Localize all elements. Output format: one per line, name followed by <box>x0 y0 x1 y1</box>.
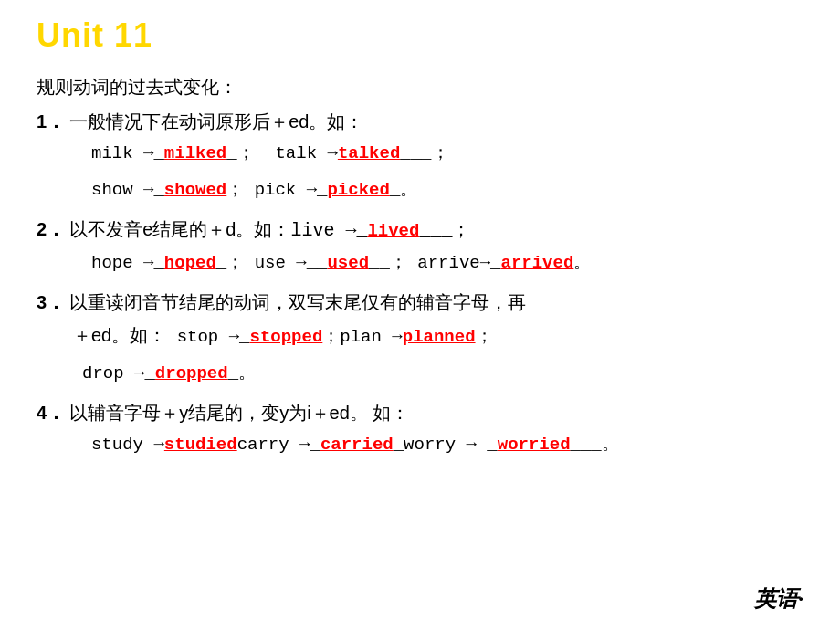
rule-1-header: 1． 一般情况下在动词原形后＋ed。如： <box>37 106 803 137</box>
rule-3-header: 3． 以重读闭音节结尾的动词，双写末尾仅有的辅音字母，再 <box>37 287 803 318</box>
page: Unit 11 规则动词的过去式变化： 1． 一般情况下在动词原形后＋ed。如：… <box>0 0 840 630</box>
rule-4: 4． 以辅音字母＋y结尾的，变y为i＋ed。 如： study →studied… <box>37 397 803 461</box>
footer: 英语· <box>754 584 803 614</box>
rule-1: 1． 一般情况下在动词原形后＋ed。如： milk →_milked_； tal… <box>37 106 803 206</box>
rule-4-header: 4． 以辅音字母＋y结尾的，变y为i＋ed。 如： <box>37 397 803 428</box>
rule-1-line-2: show →_showed； pick →_picked_。 <box>37 173 803 206</box>
rule-3: 3． 以重读闭音节结尾的动词，双写末尾仅有的辅音字母，再 ＋ed。如： stop… <box>37 287 803 390</box>
rule-4-line: study →studiedcarry →_carried_worry → _w… <box>37 428 803 461</box>
intro: 规则动词的过去式变化： <box>37 71 803 102</box>
rule-1-line-1: milk →_milked_； talk →talked___； <box>37 137 803 170</box>
unit-title: Unit 11 <box>37 16 803 55</box>
rule-2-header: 2． 以不发音e结尾的＋d。如：live →_lived___； <box>37 214 803 247</box>
content: 规则动词的过去式变化： 1． 一般情况下在动词原形后＋ed。如： milk →_… <box>37 71 803 462</box>
rule-3-line-1: ＋ed。如： stop →_stopped；plan →planned； <box>37 318 803 353</box>
rule-3-line-2: drop →_dropped_。 <box>37 357 803 390</box>
rule-2-line-2: hope →_hoped_； use →__used__； arrive→_ar… <box>37 247 803 279</box>
rule-2: 2． 以不发音e结尾的＋d。如：live →_lived___； hope →_… <box>37 214 803 279</box>
